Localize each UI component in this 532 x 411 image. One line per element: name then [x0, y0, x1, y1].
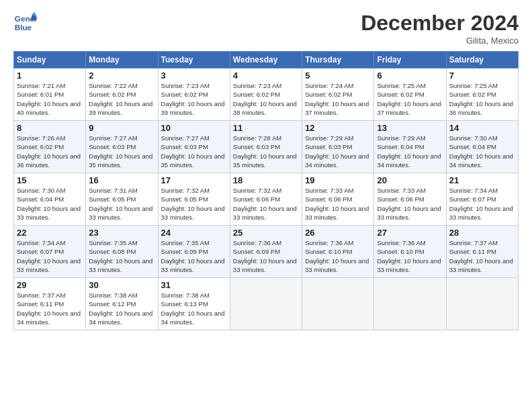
day-detail: Sunrise: 7:38 AMSunset: 6:13 PMDaylight:…: [161, 291, 227, 326]
day-detail: Sunrise: 7:37 AMSunset: 6:11 PMDaylight:…: [17, 291, 83, 326]
calendar-table: Sunday Monday Tuesday Wednesday Thursday…: [13, 51, 519, 330]
table-row: 26Sunrise: 7:36 AMSunset: 6:10 PMDayligh…: [302, 226, 374, 278]
day-number: 31: [161, 280, 227, 290]
week-row: 15Sunrise: 7:30 AMSunset: 6:04 PMDayligh…: [14, 173, 519, 226]
day-detail: Sunrise: 7:29 AMSunset: 6:04 PMDaylight:…: [377, 134, 443, 169]
table-row: 21Sunrise: 7:34 AMSunset: 6:07 PMDayligh…: [446, 173, 518, 226]
title-block: December 2024 Gilita, Mexico: [361, 11, 519, 46]
col-thursday: Thursday: [302, 52, 374, 68]
table-row: 3Sunrise: 7:23 AMSunset: 6:02 PMDaylight…: [158, 68, 230, 121]
day-number: 4: [233, 71, 299, 81]
table-row: 8Sunrise: 7:26 AMSunset: 6:02 PMDaylight…: [14, 121, 86, 173]
day-detail: Sunrise: 7:38 AMSunset: 6:12 PMDaylight:…: [89, 291, 154, 326]
table-row: 1Sunrise: 7:21 AMSunset: 6:01 PMDaylight…: [14, 68, 86, 121]
table-row: [374, 278, 446, 330]
day-detail: Sunrise: 7:35 AMSunset: 6:08 PMDaylight:…: [89, 238, 154, 274]
table-row: 2Sunrise: 7:22 AMSunset: 6:02 PMDaylight…: [86, 68, 158, 121]
day-number: 26: [305, 228, 371, 238]
day-number: 12: [305, 123, 371, 133]
day-number: 3: [161, 71, 227, 81]
header: General Blue December 2024 Gilita, Mexic…: [13, 11, 519, 46]
day-number: 29: [17, 280, 83, 290]
day-detail: Sunrise: 7:21 AMSunset: 6:01 PMDaylight:…: [17, 81, 83, 117]
day-number: 30: [89, 280, 154, 290]
table-row: 25Sunrise: 7:36 AMSunset: 6:09 PMDayligh…: [230, 226, 302, 278]
day-number: 2: [89, 71, 154, 81]
table-row: 27Sunrise: 7:36 AMSunset: 6:10 PMDayligh…: [374, 226, 446, 278]
day-number: 15: [17, 175, 83, 185]
day-detail: Sunrise: 7:35 AMSunset: 6:09 PMDaylight:…: [161, 238, 227, 274]
table-row: [230, 278, 302, 330]
day-number: 28: [449, 228, 515, 238]
table-row: 22Sunrise: 7:34 AMSunset: 6:07 PMDayligh…: [14, 226, 86, 278]
table-row: 7Sunrise: 7:25 AMSunset: 6:02 PMDaylight…: [446, 68, 518, 121]
page: General Blue December 2024 Gilita, Mexic…: [0, 0, 532, 337]
day-detail: Sunrise: 7:37 AMSunset: 6:11 PMDaylight:…: [449, 238, 515, 274]
day-number: 14: [449, 123, 515, 133]
table-row: 17Sunrise: 7:32 AMSunset: 6:05 PMDayligh…: [158, 173, 230, 226]
day-detail: Sunrise: 7:34 AMSunset: 6:07 PMDaylight:…: [17, 238, 83, 274]
day-number: 13: [377, 123, 443, 133]
location: Gilita, Mexico: [361, 36, 519, 46]
table-row: 23Sunrise: 7:35 AMSunset: 6:08 PMDayligh…: [86, 226, 158, 278]
table-row: 20Sunrise: 7:33 AMSunset: 6:06 PMDayligh…: [374, 173, 446, 226]
table-row: 24Sunrise: 7:35 AMSunset: 6:09 PMDayligh…: [158, 226, 230, 278]
day-detail: Sunrise: 7:25 AMSunset: 6:02 PMDaylight:…: [377, 81, 443, 117]
svg-marker-3: [32, 15, 36, 20]
week-row: 22Sunrise: 7:34 AMSunset: 6:07 PMDayligh…: [14, 226, 519, 278]
day-number: 8: [17, 123, 83, 133]
day-detail: Sunrise: 7:29 AMSunset: 6:03 PMDaylight:…: [305, 134, 371, 169]
week-row: 29Sunrise: 7:37 AMSunset: 6:11 PMDayligh…: [14, 278, 519, 330]
table-row: 29Sunrise: 7:37 AMSunset: 6:11 PMDayligh…: [14, 278, 86, 330]
day-detail: Sunrise: 7:31 AMSunset: 6:05 PMDaylight:…: [89, 186, 154, 222]
table-row: 19Sunrise: 7:33 AMSunset: 6:06 PMDayligh…: [302, 173, 374, 226]
table-row: 4Sunrise: 7:23 AMSunset: 6:02 PMDaylight…: [230, 68, 302, 121]
day-detail: Sunrise: 7:30 AMSunset: 6:04 PMDaylight:…: [17, 186, 83, 222]
table-row: 28Sunrise: 7:37 AMSunset: 6:11 PMDayligh…: [446, 226, 518, 278]
table-row: 11Sunrise: 7:28 AMSunset: 6:03 PMDayligh…: [230, 121, 302, 173]
table-row: 13Sunrise: 7:29 AMSunset: 6:04 PMDayligh…: [374, 121, 446, 173]
table-row: 18Sunrise: 7:32 AMSunset: 6:06 PMDayligh…: [230, 173, 302, 226]
col-sunday: Sunday: [14, 52, 86, 68]
day-detail: Sunrise: 7:27 AMSunset: 6:03 PMDaylight:…: [161, 134, 227, 169]
day-detail: Sunrise: 7:26 AMSunset: 6:02 PMDaylight:…: [17, 134, 83, 169]
day-number: 24: [161, 228, 227, 238]
day-detail: Sunrise: 7:34 AMSunset: 6:07 PMDaylight:…: [449, 186, 515, 222]
table-row: 31Sunrise: 7:38 AMSunset: 6:13 PMDayligh…: [158, 278, 230, 330]
table-row: [302, 278, 374, 330]
table-row: 12Sunrise: 7:29 AMSunset: 6:03 PMDayligh…: [302, 121, 374, 173]
header-row: Sunday Monday Tuesday Wednesday Thursday…: [14, 52, 519, 68]
day-detail: Sunrise: 7:22 AMSunset: 6:02 PMDaylight:…: [89, 81, 154, 117]
day-number: 21: [449, 175, 515, 185]
day-detail: Sunrise: 7:33 AMSunset: 6:06 PMDaylight:…: [377, 186, 443, 222]
day-number: 20: [377, 175, 443, 185]
day-number: 5: [305, 71, 371, 81]
day-detail: Sunrise: 7:32 AMSunset: 6:06 PMDaylight:…: [233, 186, 299, 222]
day-detail: Sunrise: 7:27 AMSunset: 6:03 PMDaylight:…: [89, 134, 154, 169]
day-detail: Sunrise: 7:36 AMSunset: 6:10 PMDaylight:…: [377, 238, 443, 274]
table-row: 10Sunrise: 7:27 AMSunset: 6:03 PMDayligh…: [158, 121, 230, 173]
day-number: 25: [233, 228, 299, 238]
day-number: 9: [89, 123, 154, 133]
day-detail: Sunrise: 7:36 AMSunset: 6:09 PMDaylight:…: [233, 238, 299, 274]
table-row: 15Sunrise: 7:30 AMSunset: 6:04 PMDayligh…: [14, 173, 86, 226]
day-number: 17: [161, 175, 227, 185]
col-saturday: Saturday: [446, 52, 518, 68]
day-number: 11: [233, 123, 299, 133]
table-row: 30Sunrise: 7:38 AMSunset: 6:12 PMDayligh…: [86, 278, 158, 330]
day-detail: Sunrise: 7:36 AMSunset: 6:10 PMDaylight:…: [305, 238, 371, 274]
logo-icon: General Blue: [13, 11, 38, 35]
day-detail: Sunrise: 7:30 AMSunset: 6:04 PMDaylight:…: [449, 134, 515, 169]
day-number: 16: [89, 175, 154, 185]
day-number: 7: [449, 71, 515, 81]
day-number: 23: [89, 228, 154, 238]
table-row: 9Sunrise: 7:27 AMSunset: 6:03 PMDaylight…: [86, 121, 158, 173]
col-tuesday: Tuesday: [158, 52, 230, 68]
day-number: 27: [377, 228, 443, 238]
logo: General Blue: [13, 11, 40, 35]
day-detail: Sunrise: 7:23 AMSunset: 6:02 PMDaylight:…: [161, 81, 227, 117]
day-number: 1: [17, 71, 83, 81]
day-detail: Sunrise: 7:24 AMSunset: 6:02 PMDaylight:…: [305, 81, 371, 117]
col-friday: Friday: [374, 52, 446, 68]
day-number: 18: [233, 175, 299, 185]
